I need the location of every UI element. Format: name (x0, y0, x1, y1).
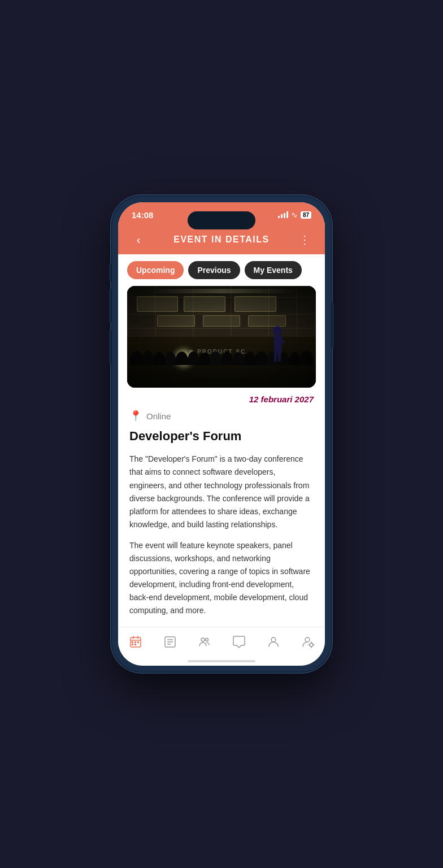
chat-icon (232, 635, 246, 652)
profile-icon (267, 635, 280, 652)
event-description-2: The event will feature keynote speakers,… (129, 539, 314, 618)
svg-rect-37 (134, 644, 136, 645)
conference-hall-image: ⊕ PRODUCT SC... (127, 286, 316, 388)
svg-rect-33 (132, 641, 133, 643)
app-header: ‹ EVENT IN DETAILS ⋮ (118, 227, 325, 254)
tab-upcoming[interactable]: Upcoming (127, 261, 184, 279)
location-icon: 📍 (129, 410, 142, 422)
nav-account-settings[interactable] (297, 633, 319, 654)
phone-screen: 14:08 ∿ 87 ‹ EVENT IN DETAILS ⋮ Upcoming… (118, 202, 325, 666)
tab-previous[interactable]: Previous (188, 261, 240, 279)
svg-rect-36 (132, 644, 133, 645)
home-indicator (188, 660, 255, 662)
nav-community[interactable] (193, 633, 216, 654)
back-button[interactable]: ‹ (129, 233, 147, 246)
location-text: Online (146, 411, 171, 421)
more-button[interactable]: ⋮ (296, 233, 314, 246)
event-description-1: The "Developer's Forum" is a two-day con… (129, 453, 314, 531)
dynamic-island (188, 211, 255, 229)
event-image: ⊕ PRODUCT SC... (127, 286, 316, 388)
svg-point-42 (201, 638, 205, 641)
wifi-icon: ∿ (291, 210, 298, 219)
status-time: 14:08 (132, 210, 153, 220)
content-area: ⊕ PRODUCT SC... (118, 286, 325, 627)
event-title: Developer's Forum (129, 429, 314, 444)
event-location: 📍 Online (129, 410, 314, 422)
signal-icon (278, 211, 288, 218)
svg-rect-34 (134, 641, 136, 643)
tab-my-events[interactable]: My Events (245, 261, 302, 279)
nav-news[interactable] (159, 633, 181, 654)
nav-chat[interactable] (228, 633, 250, 654)
svg-point-44 (271, 637, 276, 642)
phone-shell: 14:08 ∿ 87 ‹ EVENT IN DETAILS ⋮ Upcoming… (111, 196, 332, 672)
svg-point-46 (310, 643, 313, 646)
mute-button (109, 263, 111, 281)
svg-rect-35 (137, 641, 139, 643)
power-button (332, 303, 334, 348)
volume-up-button (109, 289, 111, 323)
page-title: EVENT IN DETAILS (173, 235, 270, 245)
tab-bar: Upcoming Previous My Events (118, 254, 325, 286)
svg-point-43 (205, 639, 208, 641)
account-settings-icon (301, 635, 315, 652)
calendar-icon (129, 635, 142, 652)
status-icons: ∿ 87 (278, 210, 311, 219)
battery-indicator: 87 (301, 211, 311, 219)
nav-calendar[interactable] (124, 633, 147, 654)
news-icon (163, 635, 177, 652)
nav-profile[interactable] (262, 633, 285, 654)
svg-point-45 (305, 637, 310, 642)
event-date: 12 februari 2027 (129, 394, 314, 404)
community-icon (198, 635, 211, 652)
volume-down-button (109, 330, 111, 364)
event-info: 12 februari 2027 📍 Online Developer's Fo… (118, 388, 325, 618)
